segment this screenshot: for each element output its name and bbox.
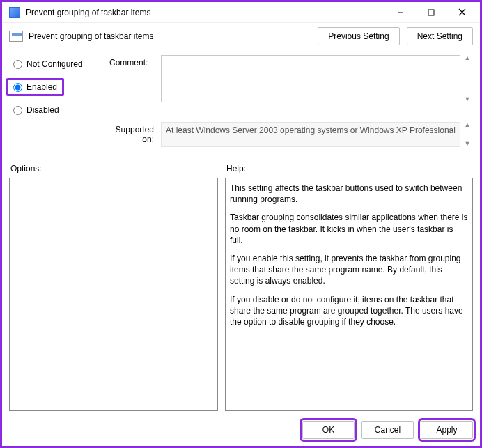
upper-grid: Not Configured Enabled Disabled Comment: [9,55,473,116]
radio-not-configured-input[interactable] [13,60,22,69]
svg-rect-1 [428,10,434,15]
radio-enabled-label: Enabled [26,82,57,92]
window-title: Prevent grouping of taskbar items [26,8,385,17]
maximize-icon [428,9,435,16]
options-label: Options: [10,164,219,173]
radio-enabled[interactable]: Enabled [10,81,60,93]
close-icon [458,8,466,16]
scroll-down-icon: ▼ [465,141,471,147]
supported-value: At least Windows Server 2003 operating s… [161,122,460,147]
scroll-up-icon: ▲ [465,55,471,61]
next-setting-button[interactable]: Next Setting [407,27,473,45]
close-button[interactable] [446,3,477,22]
ok-button[interactable]: OK [302,421,355,439]
highlight-enabled: Enabled [6,78,64,96]
app-icon [9,7,20,18]
panes: This setting affects the taskbar buttons… [9,178,473,411]
minimize-button[interactable] [385,3,416,22]
minimize-icon [397,9,404,16]
radio-disabled-input[interactable] [13,106,22,115]
policy-title: Prevent grouping of taskbar items [29,31,318,41]
window-frame: Prevent grouping of taskbar items Preven… [0,0,482,448]
help-paragraph: This setting affects the taskbar buttons… [230,183,468,205]
policy-icon [9,31,23,42]
help-paragraph: If you enable this setting, it prevents … [230,253,468,287]
header-row: Prevent grouping of taskbar items Previo… [9,27,473,45]
pane-labels: Options: Help: [9,164,473,173]
scroll-down-icon: ▼ [465,96,471,102]
footer-buttons: OK Cancel Apply [9,411,473,439]
help-label: Help: [226,164,473,173]
radio-disabled[interactable]: Disabled [10,104,107,116]
apply-button[interactable]: Apply [421,421,473,439]
radio-not-configured-label: Not Configured [26,59,83,69]
cancel-button[interactable]: Cancel [362,421,414,439]
previous-setting-button[interactable]: Previous Setting [318,27,399,45]
radio-not-configured[interactable]: Not Configured [10,58,107,70]
comment-input[interactable] [161,55,460,102]
radio-enabled-input[interactable] [13,83,22,92]
options-pane[interactable] [9,178,218,411]
scroll-up-icon: ▲ [465,122,471,128]
help-pane[interactable]: This setting affects the taskbar buttons… [225,178,473,411]
state-radio-group: Not Configured Enabled Disabled [9,55,107,116]
titlebar: Prevent grouping of taskbar items [2,2,480,23]
help-paragraph: If you disable or do not configure it, i… [230,294,468,328]
content-area: Prevent grouping of taskbar items Previo… [2,23,480,446]
maximize-button[interactable] [416,3,446,22]
supported-label: Supported on: [109,122,158,144]
supported-row: Supported on: At least Windows Server 20… [9,122,473,147]
comment-scroll[interactable]: ▲ ▼ [462,55,473,102]
radio-disabled-label: Disabled [26,105,59,115]
comment-label: Comment: [109,55,158,68]
supported-scroll[interactable]: ▲ ▼ [462,122,473,147]
help-paragraph: Taskbar grouping consolidates similar ap… [230,212,468,246]
